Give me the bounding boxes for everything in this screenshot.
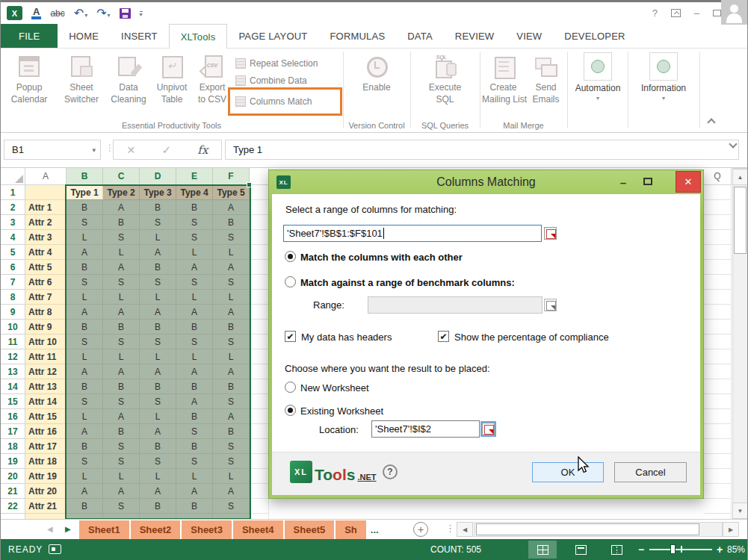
cell-c20[interactable]: L [103,469,140,484]
cell-f9[interactable]: A [213,305,250,320]
ribbon-button-data-cleaning[interactable]: DataCleaning [107,49,150,105]
radio-match-each-other[interactable] [285,251,296,262]
tab-developer[interactable]: DEVELOPER [553,24,636,49]
cell-e14[interactable]: B [176,379,213,394]
cell-b3[interactable]: S [67,215,103,230]
cell-b10[interactable]: B [67,320,103,335]
cell-b20[interactable]: L [67,469,103,484]
cell-f3[interactable]: B [213,215,250,230]
cell-d17[interactable]: A [140,424,176,439]
cell-b19[interactable]: S [67,454,103,469]
cell-b4[interactable]: L [67,230,103,245]
cell-blank[interactable] [250,349,269,364]
dialog-maximize-icon[interactable] [643,178,652,185]
row-header-7[interactable]: 7 [1,275,25,290]
row-header-18[interactable]: 18 [1,439,25,454]
vscroll-up-icon[interactable]: ▲ [732,169,748,185]
cell-c4[interactable]: S [103,230,140,245]
cell-a2[interactable]: Attr 1 [25,200,67,215]
column-header-d[interactable]: D [140,168,176,185]
cell-e1[interactable]: Type 4 [176,185,213,200]
name-box-caret-icon[interactable]: ▾ [92,146,96,154]
cell-a9[interactable]: Attr 8 [25,305,67,320]
cell-e19[interactable]: S [176,454,213,469]
cell-e9[interactable]: A [176,305,213,320]
cell-q12[interactable] [704,349,732,364]
ribbon-button-enable[interactable]: Enable [344,49,409,93]
cell-b22[interactable]: B [67,499,103,514]
cell-f19[interactable]: S [213,454,250,469]
cell-d20[interactable]: L [140,469,176,484]
cell-c17[interactable]: B [103,424,140,439]
cell-f20[interactable]: L [213,469,250,484]
zoom-in-icon[interactable]: + [717,544,723,556]
cell-e4[interactable]: S [176,230,213,245]
cell-q15[interactable] [704,394,732,409]
cell-d12[interactable]: L [140,349,176,364]
tab-xltools[interactable]: XLTools [169,24,228,49]
sheet-tab-sheet2[interactable]: Sheet2 [131,520,181,539]
view-page-break-button[interactable] [602,541,631,559]
cell-q2[interactable] [704,200,732,215]
view-normal-button[interactable] [528,541,557,559]
row-header-16[interactable]: 16 [1,409,25,424]
cell-d3[interactable]: S [140,215,176,230]
cell-b11[interactable]: S [67,335,103,349]
cell-q11[interactable] [704,335,732,349]
row-header-3[interactable]: 3 [1,215,25,230]
cell-a14[interactable]: Attr 13 [25,379,67,394]
cell-c21[interactable]: A [103,484,140,499]
cell-b5[interactable]: A [67,245,103,260]
ribbon-button-automation[interactable]: Automation ▾ [570,52,625,102]
tab-formulas[interactable]: FORMULAS [318,24,396,49]
dialog-minimize-icon[interactable]: – [615,176,631,189]
cell-a15[interactable]: Attr 14 [25,394,67,409]
cell-d13[interactable]: A [140,364,176,379]
cell-blank[interactable] [250,469,269,484]
row-header-13[interactable]: 13 [1,364,25,379]
zoom-slider-thumb[interactable] [670,544,676,554]
cell-blank[interactable] [250,379,269,394]
enter-entry-icon[interactable]: ✓ [162,143,172,157]
cancel-button[interactable]: Cancel [614,462,687,482]
collapse-ribbon-icon[interactable] [708,117,715,125]
sheet-tab-sheet1[interactable]: Sheet1 [79,520,129,539]
cell-d16[interactable]: L [140,409,176,424]
cell-q14[interactable] [704,379,732,394]
cell-q18[interactable] [704,439,732,454]
cell-d6[interactable]: B [140,260,176,275]
cell-q20[interactable] [704,469,732,484]
cell-b21[interactable]: A [67,484,103,499]
cell-d4[interactable]: L [140,230,176,245]
tab-file[interactable]: FILE [1,24,58,49]
cell-f17[interactable]: B [213,424,250,439]
column-header-partial[interactable] [250,168,269,185]
cell-blank[interactable] [250,424,269,439]
cell-c14[interactable]: B [103,379,140,394]
cell-a12[interactable]: Attr 11 [25,349,67,364]
undo-caret-icon[interactable]: ▾ [84,12,87,19]
ribbon-button-unpivot-table[interactable]: UnpivotTable [150,49,194,105]
cell-d21[interactable]: A [140,484,176,499]
cell-d11[interactable]: S [140,335,176,349]
help-icon[interactable]: ? [652,7,658,19]
redo-caret-icon[interactable]: ▾ [108,12,111,19]
cell-f15[interactable]: S [213,394,250,409]
row-header-12[interactable]: 12 [1,349,25,364]
cell-f10[interactable]: B [213,320,250,335]
cell-a4[interactable]: Attr 3 [25,230,67,245]
ribbon-display-options-icon[interactable] [671,9,681,17]
cell-b2[interactable]: B [67,200,103,215]
cell-blank[interactable] [250,484,269,499]
cell-blank[interactable] [250,305,269,320]
strikethrough-icon[interactable]: abc [50,8,64,19]
cell-e7[interactable]: S [176,275,213,290]
cell-e12[interactable]: L [176,349,213,364]
cell-e16[interactable]: B [176,409,213,424]
hidden-tabs-ellipsis[interactable]: ... [368,520,382,539]
cell-c5[interactable]: L [103,245,140,260]
row-header-10[interactable]: 10 [1,320,25,335]
cell-b18[interactable]: B [67,439,103,454]
cell-d1[interactable]: Type 3 [140,185,176,200]
cell-a22[interactable]: Attr 21 [25,499,67,514]
